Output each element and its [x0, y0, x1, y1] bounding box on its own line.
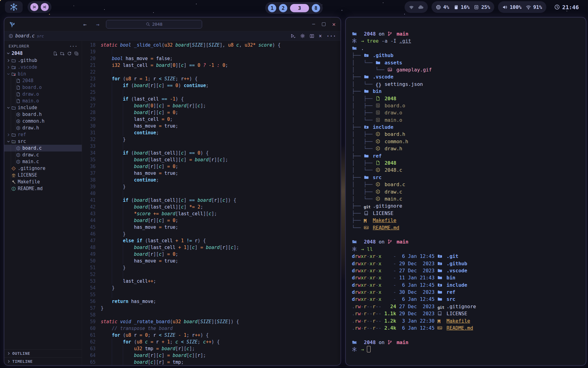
- code-line-57[interactable]: 57}: [82, 305, 341, 312]
- explorer-item-.gitignore[interactable]: .gitignore: [4, 165, 82, 172]
- timeline-panel[interactable]: TIMELINE: [4, 357, 82, 365]
- code-line-47[interactable]: 47 else if (last_cell + 1 != r) {: [82, 237, 341, 244]
- code-line-52[interactable]: 52: [82, 271, 341, 278]
- code-line-51[interactable]: 51 }: [82, 264, 341, 271]
- code-line-46[interactable]: 46 }: [82, 231, 341, 237]
- more-actions-icon[interactable]: ···: [326, 33, 336, 39]
- code-line-22[interactable]: 22: [82, 69, 341, 75]
- code-line-44[interactable]: 44 board[r][c] = 0;: [82, 217, 341, 224]
- code-line-25[interactable]: 25: [82, 89, 341, 96]
- code-line-40[interactable]: 40: [82, 190, 341, 197]
- explorer-item-main.o[interactable]: main.o: [4, 98, 82, 104]
- command-center-search[interactable]: 2048: [106, 20, 202, 29]
- split-editor-icon[interactable]: [310, 34, 314, 38]
- code-line-37[interactable]: 37 has_move = true;: [82, 170, 341, 177]
- nav-back-button[interactable]: ←: [83, 21, 87, 28]
- code-editor[interactable]: 18static bool _slide_col(u32 board[SIZE]…: [82, 41, 341, 365]
- explorer-item-main.c[interactable]: Cmain.c: [4, 158, 82, 165]
- explorer-item-.vscode[interactable]: .vscode: [4, 64, 82, 71]
- explorer-item-bin[interactable]: bin: [4, 71, 82, 77]
- minimize-button[interactable]: ─: [312, 21, 315, 27]
- system-stats[interactable]: 4% 16% 25%: [432, 1, 494, 13]
- clock-widget[interactable]: 21:46: [550, 1, 583, 13]
- code-line-63[interactable]: 63 u32 tmp = board[r][c];: [82, 345, 341, 352]
- run-code-button[interactable]: [290, 33, 296, 39]
- audio-network-stats[interactable]: 100% 91%: [498, 1, 546, 13]
- close-button[interactable]: ×: [332, 21, 336, 28]
- explorer-item-draw.h[interactable]: Hdraw.h: [4, 125, 82, 131]
- code-line-59[interactable]: 59static void _rotate_board(u32 board[SI…: [82, 318, 341, 325]
- code-line-35[interactable]: 35 board[last_cell][c] = board[r][c];: [82, 156, 341, 163]
- code-line-53[interactable]: 53 last_cell++;: [82, 278, 341, 285]
- explorer-more-button[interactable]: ···: [70, 44, 77, 48]
- code-line-19[interactable]: 19: [82, 48, 341, 55]
- terminal-input-line[interactable]: →: [352, 346, 579, 353]
- code-line-23[interactable]: 23 for (u8 r = 1; r < SIZE; r++) {: [82, 75, 341, 82]
- code-line-27[interactable]: 27 board[0][c] = board[r][c];: [82, 102, 341, 109]
- network-tray[interactable]: [405, 1, 428, 13]
- refresh-explorer-button[interactable]: [67, 51, 72, 56]
- settings-gear-icon[interactable]: [300, 33, 305, 38]
- code-line-60[interactable]: 60 // transpose the board: [82, 325, 341, 332]
- new-folder-button[interactable]: [60, 51, 65, 56]
- explorer-item-Makefile[interactable]: Makefile: [4, 178, 82, 185]
- explorer-item-README.md[interactable]: README.md: [4, 185, 82, 192]
- code-line-55[interactable]: 55: [82, 291, 341, 298]
- explorer-item-ref[interactable]: ref: [4, 131, 82, 138]
- code-line-62[interactable]: 62 for (u8 c = r + 1; c < SIZE; c++) {: [82, 339, 341, 345]
- workspace-2[interactable]: 2: [279, 4, 287, 12]
- code-line-54[interactable]: 54 }: [82, 285, 341, 291]
- explorer-item-include[interactable]: include: [4, 104, 82, 111]
- code-line-38[interactable]: 38 continue;: [82, 177, 341, 183]
- close-editor-icon[interactable]: ×: [319, 33, 322, 39]
- workspace-8[interactable]: 8: [312, 4, 320, 12]
- code-line-21[interactable]: 21 i32 last_cell = board[0][c] == 0 ? -1…: [82, 62, 341, 69]
- code-line-33[interactable]: 33: [82, 143, 341, 150]
- code-line-30[interactable]: 30 has_move = true;: [82, 123, 341, 129]
- code-line-65[interactable]: 65 board[c][r] = tmp;: [82, 359, 341, 365]
- explorer-item-2048[interactable]: 2048: [4, 77, 82, 84]
- terminal-content[interactable]: 2048 on main → tree -a -I .git .├── .git…: [346, 17, 586, 353]
- code-line-31[interactable]: 31 continue;: [82, 129, 341, 136]
- code-line-18[interactable]: 18static bool _slide_col(u32 board[SIZE]…: [82, 42, 341, 48]
- vscode-titlebar[interactable]: ← → 2048 ─ ×: [4, 17, 341, 31]
- explorer-item-draw.c[interactable]: Cdraw.c: [4, 151, 82, 158]
- code-line-56[interactable]: 56 return has_move;: [82, 298, 341, 305]
- code-line-29[interactable]: 29 last_cell = 0;: [82, 116, 341, 123]
- code-line-49[interactable]: 49 board[r][c] = 0;: [82, 251, 341, 258]
- code-line-41[interactable]: 41 if (board[last_cell][c] == board[r][c…: [82, 197, 341, 204]
- workspace-3-active[interactable]: 3: [290, 4, 309, 12]
- explorer-item-board.h[interactable]: Hboard.h: [4, 111, 82, 118]
- explorer-item-board.c[interactable]: Cboard.c: [4, 145, 82, 151]
- code-line-26[interactable]: 26 if (last_cell == -1) {: [82, 96, 341, 102]
- outline-panel[interactable]: OUTLINE: [4, 349, 82, 357]
- new-file-button[interactable]: [53, 51, 58, 56]
- explorer-item-LICENSE[interactable]: LICENSE: [4, 172, 82, 178]
- explorer-item-common.h[interactable]: Hcommon.h: [4, 118, 82, 125]
- explorer-item-board.o[interactable]: board.o: [4, 84, 82, 91]
- code-line-24[interactable]: 24 if (board[r][c] == 0) continue;: [82, 82, 341, 89]
- nav-forward-button[interactable]: →: [96, 21, 100, 28]
- code-line-43[interactable]: 43 *score += board[last_cell][c];: [82, 210, 341, 217]
- code-line-58[interactable]: 58: [82, 312, 341, 318]
- code-line-45[interactable]: 45 has_move = true;: [82, 224, 341, 231]
- maximize-button[interactable]: [322, 22, 326, 26]
- tab-board-c[interactable]: C board.c src: [4, 31, 48, 40]
- media-prev-button[interactable]: [30, 3, 38, 11]
- workspace-1[interactable]: 1: [268, 4, 276, 12]
- code-line-32[interactable]: 32 }: [82, 136, 341, 143]
- code-line-28[interactable]: 28 board[r][c] = 0;: [82, 109, 341, 116]
- code-line-50[interactable]: 50 has_move = true;: [82, 258, 341, 264]
- code-line-48[interactable]: 48 board[last_cell + 1][c] = board[r][c]…: [82, 244, 341, 251]
- collapse-folders-button[interactable]: [74, 51, 79, 56]
- media-next-button[interactable]: [41, 3, 49, 11]
- code-line-64[interactable]: 64 board[r][c] = board[c][r];: [82, 352, 341, 359]
- code-line-36[interactable]: 36 board[r][c] = 0;: [82, 163, 341, 170]
- explorer-item-draw.o[interactable]: draw.o: [4, 91, 82, 98]
- code-line-20[interactable]: 20 bool has_move = false;: [82, 55, 341, 62]
- explorer-root-row[interactable]: 2048: [4, 50, 82, 57]
- code-line-39[interactable]: 39 }: [82, 183, 341, 190]
- explorer-item-.github[interactable]: .github: [4, 57, 82, 64]
- explorer-item-src[interactable]: src: [4, 138, 82, 145]
- code-line-42[interactable]: 42 board[last_cell][c] *= 2;: [82, 204, 341, 210]
